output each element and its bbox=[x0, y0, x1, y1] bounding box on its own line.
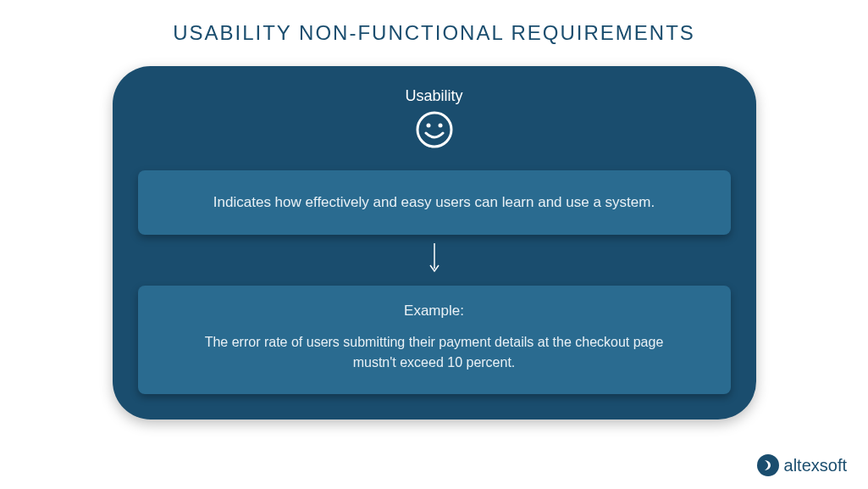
brand: altexsoft bbox=[757, 454, 847, 476]
description-text: Indicates how effectively and easy users… bbox=[163, 194, 705, 211]
usability-card: Usability Indicates how effectively and … bbox=[113, 66, 756, 420]
smiley-icon-wrap bbox=[138, 109, 731, 153]
svg-point-2 bbox=[438, 124, 442, 128]
description-box: Indicates how effectively and easy users… bbox=[138, 170, 731, 235]
brand-logo-icon bbox=[757, 454, 779, 476]
arrow-wrap bbox=[138, 242, 731, 279]
example-text: The error rate of users submitting their… bbox=[189, 332, 680, 373]
arrow-down-icon bbox=[426, 242, 443, 279]
card-heading: Usability bbox=[138, 87, 731, 105]
svg-point-0 bbox=[417, 113, 451, 147]
example-box: Example: The error rate of users submitt… bbox=[138, 286, 731, 394]
page-title: USABILITY NON-FUNCTIONAL REQUIREMENTS bbox=[0, 21, 868, 45]
smiley-icon bbox=[414, 109, 455, 153]
example-label: Example: bbox=[189, 303, 680, 320]
brand-name: altexsoft bbox=[784, 456, 847, 475]
svg-point-1 bbox=[426, 124, 430, 128]
